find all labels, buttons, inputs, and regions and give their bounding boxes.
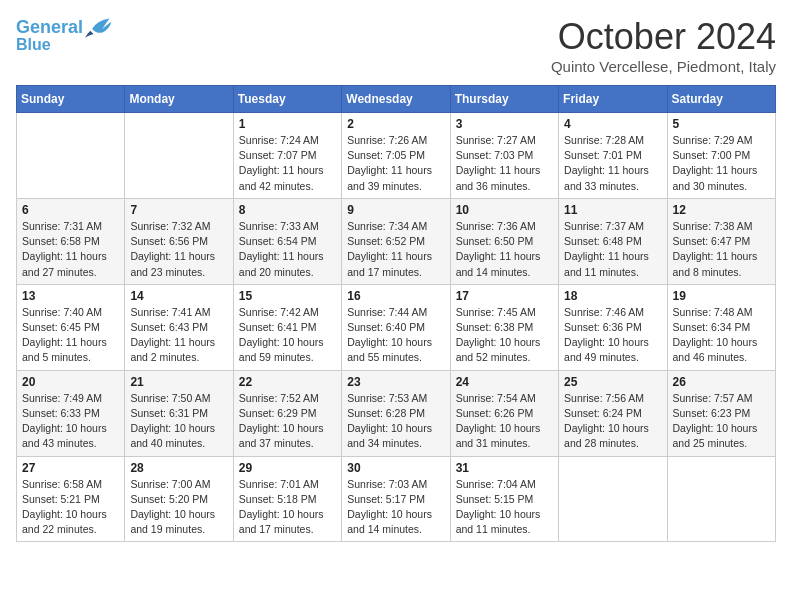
calendar-header-row: SundayMondayTuesdayWednesdayThursdayFrid… xyxy=(17,86,776,113)
day-number: 12 xyxy=(673,203,770,217)
day-info: Sunrise: 7:27 AMSunset: 7:03 PMDaylight:… xyxy=(456,133,553,194)
calendar-cell xyxy=(125,113,233,199)
logo: General Blue xyxy=(16,16,113,54)
day-info: Sunrise: 7:24 AMSunset: 7:07 PMDaylight:… xyxy=(239,133,336,194)
calendar-week-1: 1Sunrise: 7:24 AMSunset: 7:07 PMDaylight… xyxy=(17,113,776,199)
calendar-week-3: 13Sunrise: 7:40 AMSunset: 6:45 PMDayligh… xyxy=(17,284,776,370)
day-number: 8 xyxy=(239,203,336,217)
location-text: Quinto Vercellese, Piedmont, Italy xyxy=(551,58,776,75)
day-info: Sunrise: 7:52 AMSunset: 6:29 PMDaylight:… xyxy=(239,391,336,452)
calendar-cell: 16Sunrise: 7:44 AMSunset: 6:40 PMDayligh… xyxy=(342,284,450,370)
day-info: Sunrise: 7:26 AMSunset: 7:05 PMDaylight:… xyxy=(347,133,444,194)
calendar-cell: 12Sunrise: 7:38 AMSunset: 6:47 PMDayligh… xyxy=(667,198,775,284)
day-info: Sunrise: 7:45 AMSunset: 6:38 PMDaylight:… xyxy=(456,305,553,366)
day-info: Sunrise: 7:50 AMSunset: 6:31 PMDaylight:… xyxy=(130,391,227,452)
day-number: 19 xyxy=(673,289,770,303)
day-info: Sunrise: 7:33 AMSunset: 6:54 PMDaylight:… xyxy=(239,219,336,280)
day-number: 7 xyxy=(130,203,227,217)
calendar-week-5: 27Sunrise: 6:58 AMSunset: 5:21 PMDayligh… xyxy=(17,456,776,542)
day-number: 3 xyxy=(456,117,553,131)
calendar-cell: 27Sunrise: 6:58 AMSunset: 5:21 PMDayligh… xyxy=(17,456,125,542)
calendar-cell: 3Sunrise: 7:27 AMSunset: 7:03 PMDaylight… xyxy=(450,113,558,199)
calendar-cell: 4Sunrise: 7:28 AMSunset: 7:01 PMDaylight… xyxy=(559,113,667,199)
title-block: October 2024 Quinto Vercellese, Piedmont… xyxy=(551,16,776,75)
calendar-cell: 26Sunrise: 7:57 AMSunset: 6:23 PMDayligh… xyxy=(667,370,775,456)
day-info: Sunrise: 7:53 AMSunset: 6:28 PMDaylight:… xyxy=(347,391,444,452)
day-info: Sunrise: 7:44 AMSunset: 6:40 PMDaylight:… xyxy=(347,305,444,366)
day-number: 20 xyxy=(22,375,119,389)
calendar-week-4: 20Sunrise: 7:49 AMSunset: 6:33 PMDayligh… xyxy=(17,370,776,456)
column-header-saturday: Saturday xyxy=(667,86,775,113)
column-header-wednesday: Wednesday xyxy=(342,86,450,113)
calendar-cell: 22Sunrise: 7:52 AMSunset: 6:29 PMDayligh… xyxy=(233,370,341,456)
day-number: 5 xyxy=(673,117,770,131)
day-info: Sunrise: 7:01 AMSunset: 5:18 PMDaylight:… xyxy=(239,477,336,538)
day-number: 16 xyxy=(347,289,444,303)
day-info: Sunrise: 7:28 AMSunset: 7:01 PMDaylight:… xyxy=(564,133,661,194)
calendar-cell: 19Sunrise: 7:48 AMSunset: 6:34 PMDayligh… xyxy=(667,284,775,370)
day-info: Sunrise: 7:41 AMSunset: 6:43 PMDaylight:… xyxy=(130,305,227,366)
day-number: 2 xyxy=(347,117,444,131)
day-number: 4 xyxy=(564,117,661,131)
day-number: 22 xyxy=(239,375,336,389)
calendar-cell: 6Sunrise: 7:31 AMSunset: 6:58 PMDaylight… xyxy=(17,198,125,284)
column-header-monday: Monday xyxy=(125,86,233,113)
calendar-cell xyxy=(667,456,775,542)
day-number: 27 xyxy=(22,461,119,475)
day-info: Sunrise: 7:36 AMSunset: 6:50 PMDaylight:… xyxy=(456,219,553,280)
day-info: Sunrise: 7:34 AMSunset: 6:52 PMDaylight:… xyxy=(347,219,444,280)
logo-blue-text: Blue xyxy=(16,36,51,54)
day-number: 25 xyxy=(564,375,661,389)
day-info: Sunrise: 7:48 AMSunset: 6:34 PMDaylight:… xyxy=(673,305,770,366)
day-info: Sunrise: 7:42 AMSunset: 6:41 PMDaylight:… xyxy=(239,305,336,366)
day-number: 10 xyxy=(456,203,553,217)
day-info: Sunrise: 7:03 AMSunset: 5:17 PMDaylight:… xyxy=(347,477,444,538)
day-number: 31 xyxy=(456,461,553,475)
day-number: 28 xyxy=(130,461,227,475)
logo-bird-icon xyxy=(85,16,113,40)
day-number: 26 xyxy=(673,375,770,389)
calendar-cell: 23Sunrise: 7:53 AMSunset: 6:28 PMDayligh… xyxy=(342,370,450,456)
day-number: 17 xyxy=(456,289,553,303)
calendar-cell: 7Sunrise: 7:32 AMSunset: 6:56 PMDaylight… xyxy=(125,198,233,284)
day-info: Sunrise: 7:38 AMSunset: 6:47 PMDaylight:… xyxy=(673,219,770,280)
calendar-cell xyxy=(17,113,125,199)
day-info: Sunrise: 7:37 AMSunset: 6:48 PMDaylight:… xyxy=(564,219,661,280)
day-number: 30 xyxy=(347,461,444,475)
day-number: 18 xyxy=(564,289,661,303)
day-info: Sunrise: 7:40 AMSunset: 6:45 PMDaylight:… xyxy=(22,305,119,366)
column-header-friday: Friday xyxy=(559,86,667,113)
day-info: Sunrise: 7:56 AMSunset: 6:24 PMDaylight:… xyxy=(564,391,661,452)
calendar-cell: 13Sunrise: 7:40 AMSunset: 6:45 PMDayligh… xyxy=(17,284,125,370)
day-number: 11 xyxy=(564,203,661,217)
calendar-table: SundayMondayTuesdayWednesdayThursdayFrid… xyxy=(16,85,776,542)
calendar-cell: 24Sunrise: 7:54 AMSunset: 6:26 PMDayligh… xyxy=(450,370,558,456)
day-number: 13 xyxy=(22,289,119,303)
day-info: Sunrise: 6:58 AMSunset: 5:21 PMDaylight:… xyxy=(22,477,119,538)
calendar-cell: 31Sunrise: 7:04 AMSunset: 5:15 PMDayligh… xyxy=(450,456,558,542)
calendar-cell: 17Sunrise: 7:45 AMSunset: 6:38 PMDayligh… xyxy=(450,284,558,370)
day-number: 23 xyxy=(347,375,444,389)
calendar-cell: 1Sunrise: 7:24 AMSunset: 7:07 PMDaylight… xyxy=(233,113,341,199)
column-header-sunday: Sunday xyxy=(17,86,125,113)
calendar-cell: 11Sunrise: 7:37 AMSunset: 6:48 PMDayligh… xyxy=(559,198,667,284)
day-info: Sunrise: 7:32 AMSunset: 6:56 PMDaylight:… xyxy=(130,219,227,280)
calendar-week-2: 6Sunrise: 7:31 AMSunset: 6:58 PMDaylight… xyxy=(17,198,776,284)
day-info: Sunrise: 7:29 AMSunset: 7:00 PMDaylight:… xyxy=(673,133,770,194)
day-number: 14 xyxy=(130,289,227,303)
calendar-cell: 5Sunrise: 7:29 AMSunset: 7:00 PMDaylight… xyxy=(667,113,775,199)
day-info: Sunrise: 7:04 AMSunset: 5:15 PMDaylight:… xyxy=(456,477,553,538)
calendar-cell: 30Sunrise: 7:03 AMSunset: 5:17 PMDayligh… xyxy=(342,456,450,542)
month-title: October 2024 xyxy=(551,16,776,58)
day-info: Sunrise: 7:49 AMSunset: 6:33 PMDaylight:… xyxy=(22,391,119,452)
day-info: Sunrise: 7:54 AMSunset: 6:26 PMDaylight:… xyxy=(456,391,553,452)
day-number: 29 xyxy=(239,461,336,475)
page-header: General Blue October 2024 Quinto Vercell… xyxy=(16,16,776,75)
calendar-cell: 20Sunrise: 7:49 AMSunset: 6:33 PMDayligh… xyxy=(17,370,125,456)
calendar-cell: 15Sunrise: 7:42 AMSunset: 6:41 PMDayligh… xyxy=(233,284,341,370)
day-number: 6 xyxy=(22,203,119,217)
calendar-cell: 14Sunrise: 7:41 AMSunset: 6:43 PMDayligh… xyxy=(125,284,233,370)
calendar-cell: 9Sunrise: 7:34 AMSunset: 6:52 PMDaylight… xyxy=(342,198,450,284)
column-header-tuesday: Tuesday xyxy=(233,86,341,113)
calendar-cell: 2Sunrise: 7:26 AMSunset: 7:05 PMDaylight… xyxy=(342,113,450,199)
